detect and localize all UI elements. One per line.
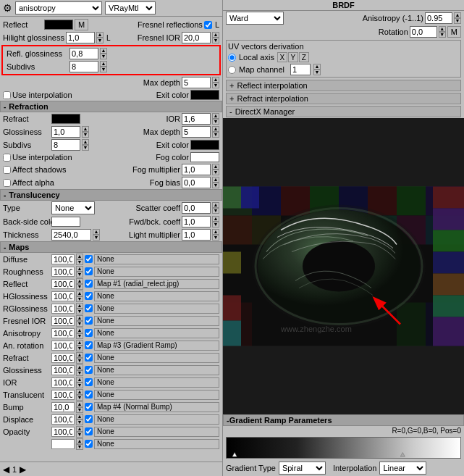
gradient-ramp-header[interactable]: - Gradient Ramp Parameters: [223, 414, 464, 426]
map-btn-8[interactable]: None: [94, 353, 219, 363]
translucency-header[interactable]: - Translucency: [0, 189, 222, 201]
map-spin-down-0[interactable]: ▼: [76, 259, 83, 265]
map-spin-down-12[interactable]: ▼: [76, 407, 83, 413]
map-check-14[interactable]: [85, 427, 93, 435]
map-value-7[interactable]: [51, 341, 75, 351]
trans-type-select[interactable]: None: [51, 201, 95, 214]
rotation-m-button[interactable]: M: [447, 26, 461, 38]
x-button[interactable]: X: [277, 52, 287, 62]
fresnel-checkbox[interactable]: [204, 21, 212, 29]
reflect-color[interactable]: [44, 20, 73, 30]
map-value-14[interactable]: [51, 427, 75, 437]
map-check-7[interactable]: [85, 341, 93, 349]
map-spin-down-2[interactable]: ▼: [76, 284, 83, 290]
map-btn-6[interactable]: None: [94, 328, 219, 338]
map-btn-9[interactable]: None: [94, 365, 219, 375]
map-value-3[interactable]: [51, 291, 75, 301]
map-spin-down-5[interactable]: ▼: [76, 321, 83, 327]
map-spin-up-6[interactable]: ▲: [76, 327, 83, 333]
hilight-spin-up[interactable]: ▲: [96, 32, 104, 38]
map-value-9[interactable]: [51, 365, 75, 375]
map-value-10[interactable]: [51, 377, 75, 388]
map-btn-12[interactable]: Map #4 (Normal Bump): [94, 402, 219, 412]
gradient-type-select[interactable]: Spiral: [279, 462, 326, 475]
map-value-13[interactable]: [51, 414, 75, 425]
map-spin-up-11[interactable]: ▲: [76, 389, 83, 395]
map-spin-up-10[interactable]: ▲: [76, 377, 83, 383]
map-value-11[interactable]: [51, 390, 75, 400]
map-btn-15[interactable]: None: [94, 439, 219, 449]
map-spin-up-9[interactable]: ▲: [76, 364, 83, 370]
map-check-2[interactable]: [85, 280, 93, 288]
ref-use-interp-check[interactable]: [3, 154, 11, 162]
fog-mult-input[interactable]: [182, 164, 211, 175]
map-btn-5[interactable]: None: [94, 316, 219, 326]
z-button[interactable]: Z: [299, 52, 309, 62]
refraction-header[interactable]: - Refraction: [0, 101, 222, 112]
map-btn-0[interactable]: None: [94, 254, 219, 264]
exit-color-swatch[interactable]: [190, 90, 219, 100]
map-check-8[interactable]: [85, 354, 93, 362]
map-btn-11[interactable]: None: [94, 390, 219, 400]
ior-input[interactable]: [182, 113, 211, 125]
map-check-13[interactable]: [85, 415, 93, 423]
map-check-12[interactable]: [85, 403, 93, 411]
y-button[interactable]: Y: [288, 52, 298, 62]
map-spin-down-1[interactable]: ▼: [76, 272, 83, 277]
directx-btn[interactable]: - DirectX Manager: [226, 106, 461, 117]
map-spin-down-6[interactable]: ▼: [76, 333, 83, 339]
map-value-2[interactable]: [51, 279, 75, 289]
scatter-input[interactable]: [182, 202, 211, 214]
maps-header[interactable]: - Maps: [0, 241, 222, 253]
fwdbck-input[interactable]: [182, 216, 211, 227]
map-btn-1[interactable]: None: [94, 267, 219, 277]
map-spin-up-14[interactable]: ▲: [76, 426, 83, 432]
map-check-4[interactable]: [85, 304, 93, 312]
map-check-15[interactable]: [85, 440, 93, 448]
max-depth-up[interactable]: ▲: [212, 77, 219, 83]
ior-down[interactable]: ▼: [212, 119, 219, 125]
map-spin-up-12[interactable]: ▲: [76, 401, 83, 407]
max-depth-down[interactable]: ▼: [212, 83, 219, 88]
map-btn-13[interactable]: None: [94, 414, 219, 425]
map-check-5[interactable]: [85, 317, 93, 325]
max-depth-input[interactable]: [182, 77, 211, 88]
local-axis-radio[interactable]: [228, 54, 236, 62]
map-spin-up-2[interactable]: ▲: [76, 278, 83, 284]
fog-bias-input[interactable]: [182, 177, 211, 188]
map-check-1[interactable]: [85, 267, 93, 275]
refl-gloss-input[interactable]: [69, 48, 98, 59]
map-channel-input[interactable]: [290, 64, 311, 75]
refract-interp-btn[interactable]: + Refract interpolation: [226, 93, 461, 104]
map-spin-up-8[interactable]: ▲: [76, 352, 83, 358]
map-btn-14[interactable]: None: [94, 427, 219, 437]
refl-gloss-down[interactable]: ▼: [100, 54, 107, 59]
backside-swatch[interactable]: [51, 217, 80, 227]
map-channel-radio[interactable]: [228, 66, 236, 74]
ward-select[interactable]: Ward: [226, 12, 284, 25]
map-value-6[interactable]: [51, 328, 75, 338]
map-spin-up-4[interactable]: ▲: [76, 303, 83, 309]
subdivs-down[interactable]: ▼: [100, 67, 107, 72]
map-btn-4[interactable]: None: [94, 304, 219, 314]
map-spin-down-14[interactable]: ▼: [76, 432, 83, 438]
gradient-bar[interactable]: [226, 437, 461, 459]
ref-subdivs-input[interactable]: [51, 139, 80, 151]
ref-exit-swatch[interactable]: [190, 140, 219, 150]
aniso-input[interactable]: [425, 12, 452, 24]
map-check-10[interactable]: [85, 378, 93, 386]
subdivs-up[interactable]: ▲: [100, 61, 107, 67]
light-mult-input[interactable]: [182, 229, 211, 241]
map-check-9[interactable]: [85, 366, 93, 374]
map-spin-down-8[interactable]: ▼: [76, 358, 83, 364]
map-value-4[interactable]: [51, 304, 75, 314]
map-value-15[interactable]: [51, 439, 75, 449]
ior-up[interactable]: ▲: [212, 113, 219, 119]
fresnel-ior-down[interactable]: ▼: [212, 38, 219, 43]
map-check-11[interactable]: [85, 391, 93, 398]
map-spin-up-5[interactable]: ▲: [76, 315, 83, 321]
hilight-spin-down[interactable]: ▼: [96, 38, 104, 43]
map-spin-up-1[interactable]: ▲: [76, 266, 83, 272]
preset-dropdown[interactable]: anisotropy: [15, 1, 102, 14]
map-spin-down-11[interactable]: ▼: [76, 395, 83, 401]
